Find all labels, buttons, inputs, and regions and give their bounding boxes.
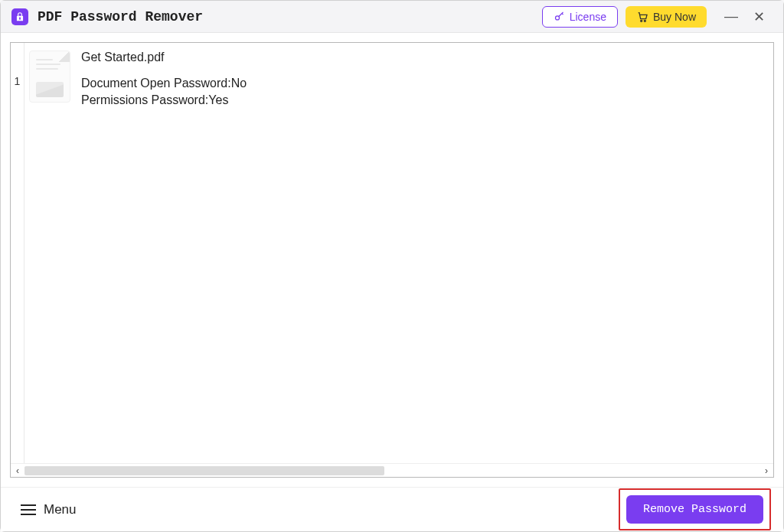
close-button[interactable]: ✕ bbox=[745, 6, 773, 28]
menu-button[interactable]: Menu bbox=[13, 496, 84, 524]
highlight-annotation: Remove Password bbox=[619, 488, 771, 530]
file-info: Get Started.pdf Document Open Password:N… bbox=[81, 51, 247, 112]
svg-point-1 bbox=[641, 20, 642, 21]
permissions-password-line: Permissions Password:Yes bbox=[81, 92, 247, 109]
svg-point-2 bbox=[644, 20, 645, 21]
key-icon bbox=[554, 11, 565, 22]
hamburger-icon bbox=[21, 504, 36, 515]
bottombar: Menu Remove Password bbox=[1, 487, 783, 531]
file-thumbnail-icon bbox=[29, 51, 70, 103]
scroll-track[interactable] bbox=[24, 465, 760, 476]
horizontal-scrollbar[interactable]: ‹ › bbox=[11, 463, 773, 477]
cart-icon bbox=[636, 11, 648, 23]
buy-label: Buy Now bbox=[653, 11, 696, 23]
app-title: PDF Password Remover bbox=[38, 9, 203, 24]
menu-label: Menu bbox=[44, 502, 77, 517]
file-panel: 1 Get Started.pdf Document Open Passwo bbox=[10, 42, 774, 478]
app-window: PDF Password Remover License Buy Now — ✕… bbox=[0, 0, 784, 532]
index-column: 1 bbox=[11, 43, 24, 463]
license-button[interactable]: License bbox=[542, 6, 618, 28]
app-logo-icon bbox=[11, 8, 28, 25]
scroll-left-icon[interactable]: ‹ bbox=[11, 464, 24, 478]
buy-now-button[interactable]: Buy Now bbox=[626, 6, 707, 28]
remove-password-button[interactable]: Remove Password bbox=[626, 495, 763, 524]
scroll-right-icon[interactable]: › bbox=[760, 464, 773, 478]
minimize-button[interactable]: — bbox=[717, 6, 745, 28]
scroll-thumb[interactable] bbox=[24, 466, 384, 475]
license-label: License bbox=[570, 11, 606, 23]
file-name: Get Started.pdf bbox=[81, 51, 247, 64]
row-index: 1 bbox=[11, 75, 24, 87]
main-area: 1 Get Started.pdf Document Open Passwo bbox=[1, 33, 783, 487]
svg-point-0 bbox=[555, 16, 559, 20]
titlebar: PDF Password Remover License Buy Now — ✕ bbox=[1, 1, 783, 33]
open-password-line: Document Open Password:No bbox=[81, 75, 247, 92]
file-list: 1 Get Started.pdf Document Open Passwo bbox=[11, 43, 773, 463]
file-row[interactable]: Get Started.pdf Document Open Password:N… bbox=[24, 43, 773, 119]
